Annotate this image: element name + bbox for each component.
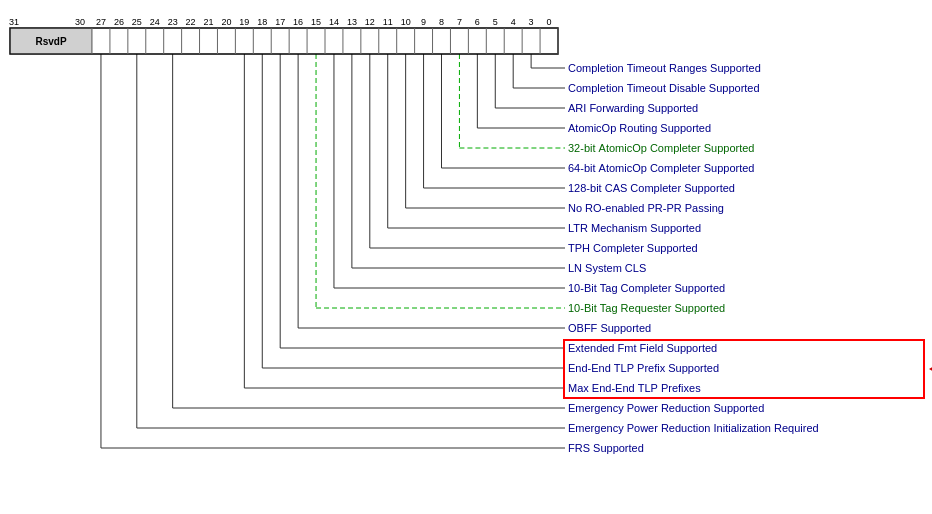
- diagram-container: [0, 0, 932, 514]
